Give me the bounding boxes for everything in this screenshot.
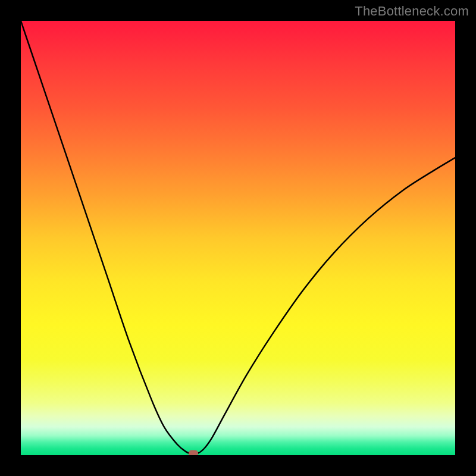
watermark-text: TheBottleneck.com <box>355 4 469 19</box>
optimal-point-marker <box>189 450 198 455</box>
bottleneck-curve <box>21 21 455 455</box>
chart-frame <box>21 21 455 455</box>
